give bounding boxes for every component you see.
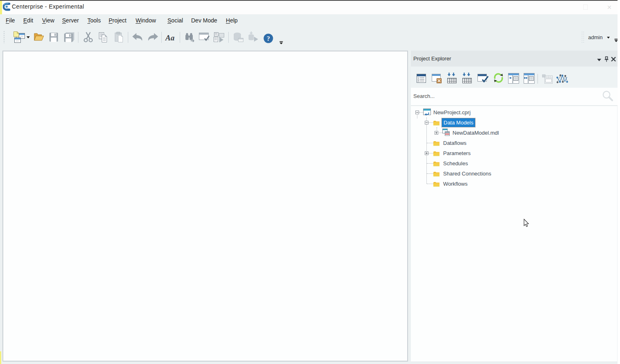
svg-text:?: ? (267, 35, 270, 42)
